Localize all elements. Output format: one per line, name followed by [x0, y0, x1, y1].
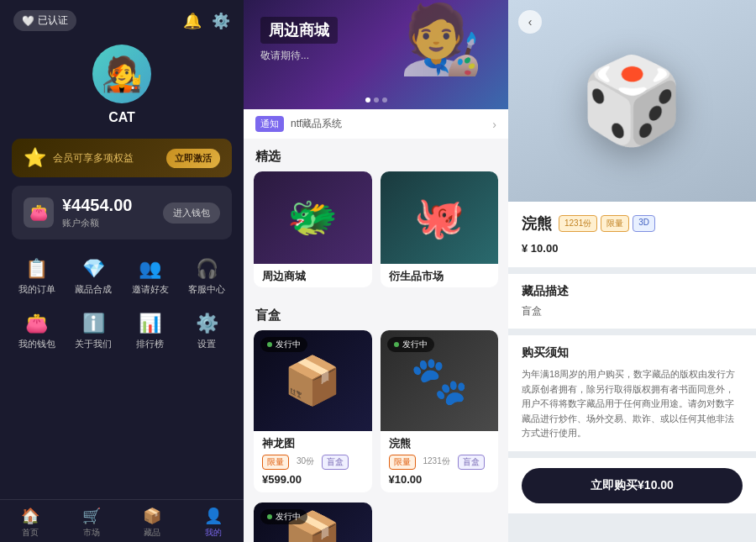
banner-subtitle: 敬请期待... — [260, 49, 338, 63]
menu-item-support[interactable]: 🎧 客服中心 — [179, 250, 236, 304]
banner-title: 周边商城 — [260, 17, 338, 44]
avatar-section: 🧑‍🎤 CAT — [0, 38, 244, 139]
desc-title: 藏品描述 — [522, 284, 743, 299]
back-button[interactable]: ‹ — [518, 10, 542, 34]
limited-tag-1: 限量 — [389, 455, 416, 470]
desc-section: 藏品描述 盲盒 — [508, 274, 756, 329]
collection-label: 藏品 — [144, 527, 160, 539]
banner-dots — [365, 97, 387, 103]
box-info-0: 神龙图 限量 30份 盲盒 ¥599.00 — [254, 431, 372, 492]
member-bar: ⭐ 会员可享多项权益 立即激活 — [12, 139, 232, 177]
product-badges: 1231份 限量 3D — [559, 215, 655, 232]
market-label: 市场 — [83, 527, 100, 539]
desc-text: 盲盒 — [522, 304, 743, 318]
invite-label: 邀请好友 — [132, 283, 169, 296]
purchase-text: 为年满18周岁的用户购买，数字藏品的版权由发行方或原创者拥有，除另行取得版权拥有… — [522, 367, 743, 441]
menu-item-orders[interactable]: 📋 我的订单 — [8, 250, 66, 304]
activate-button[interactable]: 立即激活 — [166, 149, 220, 168]
product-hero: 🎲 — [508, 0, 756, 202]
issuing-dot-1 — [394, 342, 399, 347]
dot-3 — [382, 97, 387, 103]
support-icon: 🎧 — [196, 258, 218, 280]
wallet-icon: 👛 — [24, 197, 54, 228]
balance-section: 👛 ¥4454.00 账户余额 进入钱包 — [12, 186, 232, 239]
star-icon: ⭐ — [24, 147, 46, 169]
notice-bar[interactable]: 通知 ntf藏品系统 › — [244, 109, 508, 139]
product-title: 浣熊 — [522, 213, 552, 234]
home-label: 首页 — [22, 527, 39, 539]
buy-button[interactable]: 立即购买¥10.00 — [522, 468, 743, 503]
blind-tag-0: 盲盒 — [322, 455, 349, 470]
issuing-label-1: 发行中 — [402, 339, 428, 350]
left-nav-market[interactable]: 🛒 市场 — [61, 507, 123, 539]
avatar-image: 🧑‍🎤 — [101, 55, 143, 94]
product-img-0: 🐲 — [254, 171, 372, 264]
about-label: 关于我们 — [75, 338, 112, 350]
price-text: ¥ 10.00 — [522, 242, 558, 255]
issuing-badge-0: 发行中 — [260, 337, 307, 352]
banner: 周边商城 敬请期待... 🧑‍🎨 — [244, 0, 508, 109]
mine-icon: 👤 — [204, 507, 223, 525]
menu-item-about[interactable]: ℹ️ 关于我们 — [66, 304, 123, 359]
balance-left: 👛 ¥4454.00 账户余额 — [24, 196, 132, 229]
dot-1 — [365, 97, 370, 103]
orders-label: 我的订单 — [18, 283, 55, 296]
verified-text: 已认证 — [38, 13, 68, 28]
box-card-1[interactable]: 🐾 发行中 浣熊 限量 1231份 盲盒 ¥10.00 — [381, 330, 499, 492]
cube-3d-image: 🎲 — [580, 51, 685, 150]
product-title-row: 浣熊 1231份 限量 3D — [522, 213, 743, 234]
issuing-label-0: 发行中 — [276, 339, 301, 350]
notice-tag: 通知 — [255, 116, 284, 132]
menu-item-invite[interactable]: 👥 邀请好友 — [122, 250, 179, 304]
limited-tag-0: 限量 — [262, 455, 289, 470]
blind-box-section-title: 盲盒 — [244, 297, 508, 330]
left-panel: 🤍 已认证 🔔 ⚙️ 🧑‍🎤 CAT ⭐ 会员可享多项权益 立即激活 👛 ¥44… — [0, 0, 244, 542]
menu-item-ranking[interactable]: 📊 排行榜 — [122, 304, 179, 359]
product-card-0[interactable]: 🐲 周边商城 — [254, 171, 372, 287]
collection-icon: 📦 — [143, 507, 161, 525]
count-tag-0: 30份 — [292, 455, 318, 470]
box-img-1: 🐾 发行中 — [381, 330, 499, 431]
issuing-badge-extra: 发行中 — [260, 509, 307, 524]
box-name-0: 神龙图 — [262, 436, 364, 451]
product-price: ¥ 10.00 — [522, 240, 743, 255]
left-bottom-nav: 🏠 首页 🛒 市场 📦 藏品 👤 我的 — [0, 499, 244, 542]
username: CAT — [108, 110, 135, 125]
box-img-0: 📦 发行中 — [254, 330, 372, 431]
count-tag-1: 1231份 — [419, 455, 454, 470]
buy-btn-bar: 立即购买¥10.00 — [508, 458, 756, 513]
settings-icon[interactable]: ⚙️ — [212, 12, 230, 30]
left-nav-home[interactable]: 🏠 首页 — [0, 507, 61, 539]
support-label: 客服中心 — [188, 283, 225, 296]
product-card-1[interactable]: 🐙 衍生品市场 — [381, 171, 499, 287]
menu-item-settings[interactable]: ⚙️ 设置 — [179, 304, 236, 359]
products-section-title: 精选 — [244, 139, 508, 171]
invite-icon: 👥 — [139, 258, 161, 280]
enter-wallet-button[interactable]: 进入钱包 — [163, 203, 220, 224]
settings-label: 设置 — [197, 338, 216, 350]
product-img-1: 🐙 — [381, 171, 499, 264]
issuing-dot-0 — [267, 342, 272, 347]
product-info: 浣熊 1231份 限量 3D ¥ 10.00 — [508, 202, 756, 267]
bell-icon[interactable]: 🔔 — [183, 12, 202, 30]
member-left: ⭐ 会员可享多项权益 — [24, 147, 134, 169]
menu-item-wallet[interactable]: 👛 我的钱包 — [8, 304, 66, 359]
extra-row: 发行中 📦 — [244, 503, 508, 542]
menu-item-synthesis[interactable]: 💎 藏品合成 — [66, 250, 123, 304]
mine-label: 我的 — [205, 527, 222, 539]
synthesis-label: 藏品合成 — [75, 283, 112, 296]
left-nav-mine[interactable]: 👤 我的 — [183, 507, 244, 539]
box-card-extra[interactable]: 发行中 📦 — [254, 503, 372, 542]
blind-tag-1: 盲盒 — [458, 455, 485, 470]
top-icons: 🔔 ⚙️ — [183, 12, 230, 30]
about-icon: ℹ️ — [82, 313, 105, 334]
box-card-0[interactable]: 📦 发行中 神龙图 限量 30份 盲盒 ¥599.00 — [254, 330, 372, 492]
balance-info: ¥4454.00 账户余额 — [62, 196, 132, 229]
ranking-icon: 📊 — [139, 313, 161, 334]
top-bar: 🤍 已认证 🔔 ⚙️ — [0, 0, 244, 38]
dot-2 — [374, 97, 379, 103]
left-nav-collection[interactable]: 📦 藏品 — [122, 507, 183, 539]
orders-icon: 📋 — [25, 258, 48, 280]
mywallet-label: 我的钱包 — [18, 338, 55, 350]
box-name-1: 浣熊 — [389, 436, 491, 451]
